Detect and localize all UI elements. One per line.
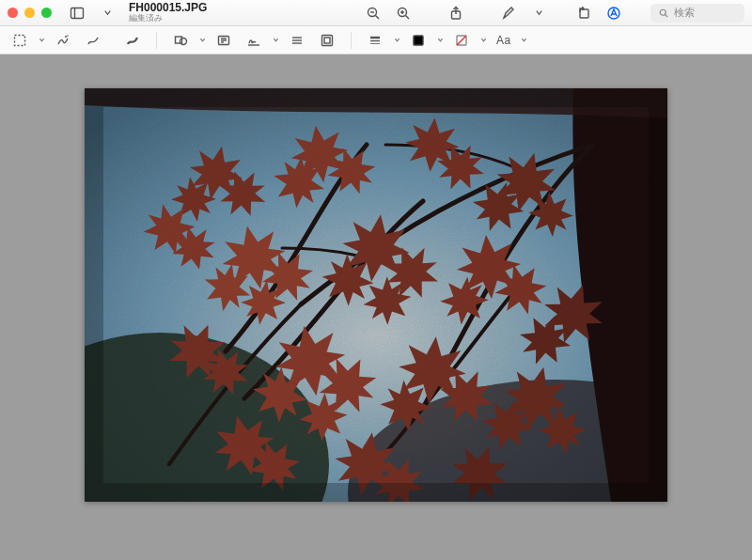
window-controls [8,8,52,18]
sign-icon[interactable] [242,30,266,51]
search-icon [658,8,669,19]
draw-icon[interactable] [120,30,145,51]
svg-rect-12 [580,9,588,18]
close-window-button[interactable] [8,8,18,18]
border-style-chevron-icon[interactable] [393,30,400,51]
font-style-label: Aa [496,34,511,47]
fill-color-icon[interactable] [406,30,431,51]
sketch-icon[interactable] [81,30,105,51]
sidebar-menu-chevron-icon[interactable] [97,4,118,23]
svg-rect-29 [322,35,333,45]
photo-content [85,88,667,502]
canvas-area[interactable] [0,54,752,560]
svg-rect-30 [324,38,330,43]
shapes-chevron-icon[interactable] [198,30,206,51]
stroke-color-chevron-icon[interactable] [479,30,487,51]
selection-tool-chevron-icon[interactable] [38,30,45,51]
svg-point-20 [180,38,187,44]
title-block: FH000015.JPG 編集済み [129,2,207,23]
svg-rect-34 [414,36,423,45]
markup-pen-icon[interactable] [498,4,519,23]
adjust-color-icon[interactable] [285,30,309,51]
titlebar: FH000015.JPG 編集済み 検索 [0,0,752,26]
font-style-button[interactable]: Aa [493,30,515,51]
share-icon[interactable] [446,4,466,23]
crop-icon[interactable] [315,30,339,51]
markup-pen-chevron-icon[interactable] [528,4,549,23]
search-placeholder: 検索 [674,6,695,20]
fullscreen-window-button[interactable] [41,8,52,18]
svg-line-6 [406,15,410,19]
selection-tool-icon[interactable] [8,30,32,51]
svg-point-14 [660,9,666,15]
markup-toggle-icon[interactable] [603,4,624,23]
fill-color-chevron-icon[interactable] [436,30,444,51]
stroke-color-icon[interactable] [449,30,474,51]
svg-rect-0 [71,8,84,18]
shapes-icon[interactable] [168,30,193,51]
svg-point-17 [65,36,67,38]
border-style-icon[interactable] [363,30,387,51]
markup-toolbar: Aa [0,26,752,54]
svg-point-18 [67,35,69,37]
search-field[interactable]: 検索 [650,4,744,23]
svg-rect-16 [15,35,25,45]
svg-line-15 [666,14,668,17]
rotate-icon[interactable] [573,4,594,23]
instant-alpha-icon[interactable] [51,30,75,51]
window-subtitle: 編集済み [129,14,207,23]
minimize-window-button[interactable] [24,8,35,18]
sidebar-icon[interactable] [67,4,87,23]
zoom-in-icon[interactable] [393,4,414,23]
svg-line-3 [376,15,380,19]
font-style-chevron-icon[interactable] [521,30,528,51]
svg-rect-42 [85,88,667,502]
zoom-out-icon[interactable] [363,4,384,23]
text-icon[interactable] [212,30,236,51]
sign-chevron-icon[interactable] [272,30,279,51]
